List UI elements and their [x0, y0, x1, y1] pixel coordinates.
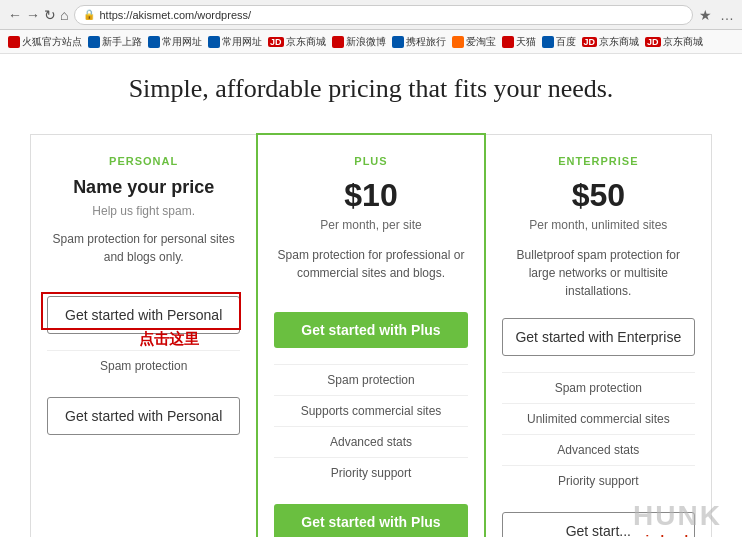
feature-list-enterprise: Spam protection Unlimited commercial sit… [502, 372, 695, 496]
feature-item-enterprise-2: Unlimited commercial sites [502, 403, 695, 434]
cta-bottom-personal[interactable]: Get started with Personal [47, 397, 240, 435]
back-icon[interactable]: ← [8, 7, 22, 23]
page-title: Simple, affordable pricing that fits you… [30, 74, 712, 104]
bookmark-weibo[interactable]: 新浪微博 [332, 35, 386, 49]
plan-desc-enterprise: Bulletproof spam protection for large ne… [502, 246, 695, 300]
browser-bar: ← → ↻ ⌂ 🔒 https://akismet.com/wordpress/… [0, 0, 742, 30]
browser-nav-icons: ← → ↻ ⌂ [8, 7, 68, 23]
bookmark-tmall[interactable]: 天猫 [502, 35, 536, 49]
bookmark-icon-3 [148, 36, 160, 48]
browser-action-icons: ★ … [699, 7, 734, 23]
security-icon: 🔒 [83, 9, 95, 20]
feature-item-plus-4: Priority support [274, 457, 467, 488]
bookmark-ctrip[interactable]: 携程旅行 [392, 35, 446, 49]
page-content: Simple, affordable pricing that fits you… [0, 54, 742, 537]
pricing-card-plus: PLUS $10 Per month, per site Spam protec… [256, 133, 485, 537]
cta-top-enterprise[interactable]: Get started with Enterprise [502, 318, 695, 356]
bookmark-huhu[interactable]: 火狐官方站点 [8, 35, 82, 49]
plan-price-enterprise: $50 [502, 177, 695, 214]
plan-name-plus: PLUS [274, 155, 467, 167]
pricing-card-enterprise: ENTERPRISE $50 Per month, unlimited site… [485, 134, 712, 537]
cta-bottom-plus[interactable]: Get started with Plus [274, 504, 467, 537]
address-bar[interactable]: 🔒 https://akismet.com/wordpress/ [74, 5, 693, 25]
plan-name-enterprise: ENTERPRISE [502, 155, 695, 167]
feature-item-personal-1: Spam protection [47, 350, 240, 381]
url-text: https://akismet.com/wordpress/ [99, 9, 251, 21]
bottom-cta-plus: Get started with Plus [274, 504, 467, 537]
cta-top-plus[interactable]: Get started with Plus [274, 312, 467, 348]
pricing-card-personal: PERSONAL Name your price Help us fight s… [30, 134, 257, 537]
bookmark-icon-1 [8, 36, 20, 48]
menu-icon[interactable]: … [720, 7, 734, 23]
plan-price-sub-enterprise: Per month, unlimited sites [502, 218, 695, 232]
feature-item-plus-3: Advanced stats [274, 426, 467, 457]
feature-item-plus-1: Spam protection [274, 364, 467, 395]
bookmark-jd-icon-1: JD [268, 37, 284, 47]
plan-price-plus: $10 [274, 177, 467, 214]
plan-desc-plus: Spam protection for professional or comm… [274, 246, 467, 294]
bookmark-common2[interactable]: 常用网址 [208, 35, 262, 49]
bookmark-jd1[interactable]: JD 京东商城 [268, 35, 326, 49]
feature-list-personal: Spam protection [47, 350, 240, 381]
bookmark-icon-4 [208, 36, 220, 48]
plan-name-personal: PERSONAL [47, 155, 240, 167]
feature-item-enterprise-1: Spam protection [502, 372, 695, 403]
plan-help-personal: Help us fight spam. [47, 204, 240, 218]
bookmark-icon-10 [542, 36, 554, 48]
plan-price-sub-plus: Per month, per site [274, 218, 467, 232]
star-icon[interactable]: ★ [699, 7, 712, 23]
bottom-cta-personal: Get started with Personal [47, 397, 240, 435]
cta-top-personal[interactable]: Get started with Personal [47, 296, 240, 334]
bookmark-icon-9 [502, 36, 514, 48]
bookmark-baidu[interactable]: 百度 [542, 35, 576, 49]
feature-item-enterprise-3: Advanced stats [502, 434, 695, 465]
bookmark-icon-2 [88, 36, 100, 48]
bookmark-beginner[interactable]: 新手上路 [88, 35, 142, 49]
plan-price-personal: Name your price [47, 177, 240, 198]
bookmark-jd-icon-2: JD [582, 37, 598, 47]
feature-list-plus: Spam protection Supports commercial site… [274, 364, 467, 488]
bookmark-icon-8 [452, 36, 464, 48]
forward-icon[interactable]: → [26, 7, 40, 23]
feature-item-plus-2: Supports commercial sites [274, 395, 467, 426]
bookmark-icon-7 [392, 36, 404, 48]
bookmark-jd2[interactable]: JD 京东商城 [582, 35, 640, 49]
cta-bottom-enterprise[interactable]: Get start... [502, 512, 695, 537]
bookmarks-bar: 火狐官方站点 新手上路 常用网址 常用网址 JD 京东商城 新浪微博 携程旅行 … [0, 30, 742, 54]
bookmark-jd3[interactable]: JD 京东商城 [645, 35, 703, 49]
bookmark-common1[interactable]: 常用网址 [148, 35, 202, 49]
bookmark-jd-icon-3: JD [645, 37, 661, 47]
bookmark-taobao[interactable]: 爱淘宝 [452, 35, 496, 49]
pricing-grid: PERSONAL Name your price Help us fight s… [30, 134, 712, 537]
home-icon[interactable]: ⌂ [60, 7, 68, 23]
refresh-icon[interactable]: ↻ [44, 7, 56, 23]
bookmark-icon-6 [332, 36, 344, 48]
feature-item-enterprise-4: Priority support [502, 465, 695, 496]
bottom-cta-enterprise: Get start... [502, 512, 695, 537]
plan-desc-personal: Spam protection for personal sites and b… [47, 230, 240, 278]
